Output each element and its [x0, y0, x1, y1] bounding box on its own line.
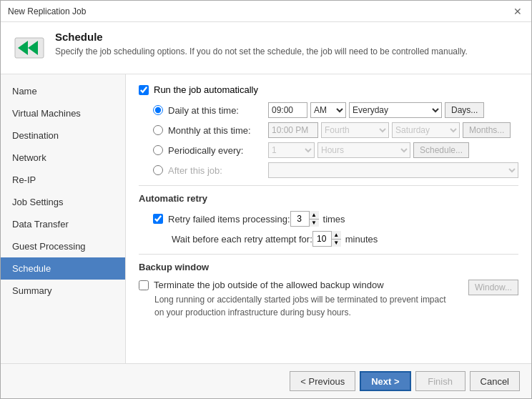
periodic-unit-select[interactable]: Hours Minutes: [317, 142, 410, 158]
retry-checkbox[interactable]: [153, 214, 163, 224]
wait-row: Wait before each retry attempt for: ▲ ▼ …: [172, 231, 518, 247]
retry-spinbox-wrapper: ▲ ▼: [290, 211, 319, 227]
retry-label: Retry failed items processing:: [168, 214, 290, 225]
sidebar-item-guest-processing[interactable]: Guest Processing: [1, 235, 125, 257]
monthly-time-input: [268, 122, 318, 138]
content-area: Run the job automatically Daily at this …: [126, 74, 531, 363]
monthly-day-select[interactable]: Saturday Monday Tuesday Wednesday Thursd…: [392, 122, 460, 138]
days-button[interactable]: Days...: [445, 102, 484, 118]
retry-spin-down[interactable]: ▼: [310, 220, 319, 227]
periodic-controls: 1 2 4 6 12 Hours Minutes Schedule...: [268, 142, 469, 158]
previous-button[interactable]: < Previous: [290, 371, 355, 391]
sidebar: Name Virtual Machines Destination Networ…: [1, 74, 126, 363]
terminate-label: Terminate the job outside of the allowed…: [154, 280, 384, 290]
terminate-row: Terminate the job outside of the allowed…: [139, 280, 446, 290]
main-window: New Replication Job ✕ Schedule Specify t…: [0, 0, 532, 399]
sidebar-item-data-transfer[interactable]: Data Transfer: [1, 213, 125, 235]
wait-spinbox-wrapper: ▲ ▼: [312, 231, 341, 247]
cancel-button[interactable]: Cancel: [470, 371, 520, 391]
backup-window-title: Backup window: [139, 262, 518, 272]
header-title: Schedule: [55, 31, 468, 43]
monthly-label: Monthly at this time:: [168, 125, 268, 136]
backup-window-section: Backup window Terminate the job outside …: [139, 262, 518, 319]
monthly-controls: Fourth First Second Third Last Saturday …: [268, 122, 511, 138]
window-button[interactable]: Window...: [468, 280, 518, 295]
header-description: Specify the job scheduling options. If y…: [55, 46, 468, 58]
daily-row: Daily at this time: AM PM Everyday Weekd…: [153, 102, 518, 118]
retry-spin-up[interactable]: ▲: [310, 211, 319, 220]
header-icon: [12, 31, 46, 65]
daily-controls: AM PM Everyday Weekdays Weekends Days...: [268, 102, 484, 118]
daily-label: Daily at this time:: [168, 105, 268, 116]
header: Schedule Specify the job scheduling opti…: [1, 22, 531, 74]
backup-desc: Long running or accidentally started job…: [154, 293, 446, 319]
main-content: Name Virtual Machines Destination Networ…: [1, 74, 531, 363]
months-button[interactable]: Months...: [463, 122, 511, 138]
monthly-radio[interactable]: [153, 125, 163, 135]
wait-label: Wait before each retry attempt for:: [172, 234, 312, 245]
after-job-controls: [268, 162, 518, 178]
periodic-value-select[interactable]: 1 2 4 6 12: [268, 142, 315, 158]
periodic-radio[interactable]: [153, 145, 163, 155]
wait-spin-arrows: ▲ ▼: [331, 231, 341, 247]
finish-button[interactable]: Finish: [415, 371, 466, 391]
daily-ampm-select[interactable]: AM PM: [310, 102, 346, 118]
sidebar-item-virtual-machines[interactable]: Virtual Machines: [1, 102, 125, 124]
periodic-label: Periodically every:: [168, 145, 268, 156]
wait-spin-down[interactable]: ▼: [332, 240, 341, 247]
auto-retry-section: Automatic retry Retry failed items proce…: [139, 193, 518, 247]
run-auto-row: Run the job automatically: [139, 84, 518, 95]
schedule-button[interactable]: Schedule...: [413, 142, 469, 158]
daily-time-input[interactable]: [268, 102, 307, 118]
sidebar-item-re-ip[interactable]: Re-IP: [1, 169, 125, 191]
run-auto-label: Run the job automatically: [154, 84, 258, 95]
auto-retry-title: Automatic retry: [139, 193, 518, 204]
wait-spin-up[interactable]: ▲: [332, 231, 341, 240]
after-job-select[interactable]: [268, 162, 518, 178]
after-job-label: After this job:: [168, 165, 268, 176]
sidebar-item-network[interactable]: Network: [1, 147, 125, 169]
sidebar-item-schedule[interactable]: Schedule: [1, 257, 125, 280]
run-auto-checkbox[interactable]: [139, 85, 149, 95]
daily-radio[interactable]: [153, 105, 163, 115]
title-bar: New Replication Job ✕: [1, 1, 531, 22]
terminate-checkbox[interactable]: [139, 280, 149, 290]
after-job-radio[interactable]: [153, 165, 163, 175]
monthly-row: Monthly at this time: Fourth First Secon…: [153, 122, 518, 138]
retry-row: Retry failed items processing: ▲ ▼ times: [153, 211, 518, 227]
wait-unit-label: minutes: [345, 234, 378, 245]
periodic-row: Periodically every: 1 2 4 6 12 Hours Min…: [153, 142, 518, 158]
next-button[interactable]: Next >: [360, 371, 410, 391]
retry-unit-label: times: [323, 214, 345, 225]
close-button[interactable]: ✕: [511, 5, 524, 18]
after-job-row: After this job:: [153, 162, 518, 178]
footer: < Previous Next > Finish Cancel: [1, 363, 531, 398]
backup-window-content: Terminate the job outside of the allowed…: [139, 280, 446, 319]
sidebar-item-job-settings[interactable]: Job Settings: [1, 191, 125, 213]
monthly-week-select[interactable]: Fourth First Second Third Last: [321, 122, 389, 138]
sidebar-item-summary[interactable]: Summary: [1, 280, 125, 302]
header-text: Schedule Specify the job scheduling opti…: [55, 31, 468, 58]
daily-frequency-select[interactable]: Everyday Weekdays Weekends: [349, 102, 442, 118]
retry-spin-arrows: ▲ ▼: [309, 211, 319, 227]
backup-window-row: Terminate the job outside of the allowed…: [139, 280, 518, 319]
sidebar-item-name[interactable]: Name: [1, 80, 125, 102]
window-title: New Replication Job: [8, 6, 86, 16]
sidebar-item-destination[interactable]: Destination: [1, 124, 125, 147]
schedule-radio-group: Daily at this time: AM PM Everyday Weekd…: [153, 102, 518, 178]
